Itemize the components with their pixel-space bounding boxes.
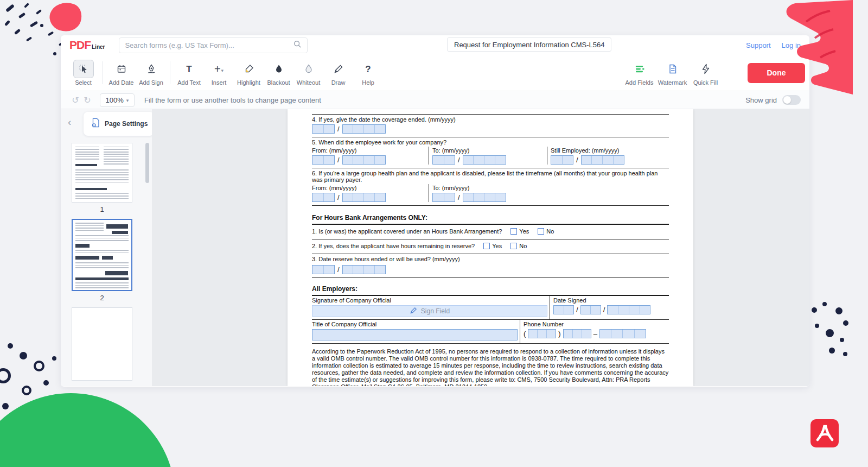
thumbnail-text-lines [75,235,129,243]
month-field[interactable] [432,155,455,165]
thumbnail-text-block [105,271,128,275]
undo-icon[interactable]: ↺ [69,95,81,105]
zoom-dropdown[interactable]: 100% ▾ [100,93,135,107]
tool-watermark[interactable]: Watermark [658,60,687,86]
app-header: PDF Liner Request for Employment Informa… [61,35,809,55]
thumbnail-text-lines [104,147,129,165]
text-tool-icon: T [179,60,200,78]
thumbnail-text-block [75,188,107,190]
year-field[interactable] [342,155,386,165]
year-field[interactable] [463,193,506,202]
area-code-field[interactable] [528,329,556,338]
redo-icon[interactable]: ↻ [81,95,93,105]
thumbnail-text-block [75,277,129,280]
form-row-hb3: 3. Date reserve hours ended or will be u… [312,254,669,278]
phone-prefix-field[interactable] [563,329,591,338]
year-field[interactable] [607,305,650,314]
question-text: 3. Date reserve hours ended or will be u… [312,256,669,262]
sidebar-collapse-icon[interactable]: ‹ [68,117,71,127]
page-settings-button[interactable]: Page Settings [84,112,154,136]
tool-add-date[interactable]: Add Date [106,60,136,86]
page-thumbnail-1[interactable] [72,143,132,203]
decor-pink-blob-small [46,0,85,36]
pages-sidebar: ‹ Page Settings 1 [61,109,152,386]
title-input-field[interactable] [312,329,518,340]
pen-draw-icon [328,60,349,78]
page-number-2: 2 [100,294,104,302]
calendar-icon [111,60,132,78]
yes-checkbox[interactable] [483,243,490,249]
tool-select[interactable]: Select [68,60,98,86]
question-text: 6. If you're a large group health plan a… [312,170,669,183]
yes-checkbox[interactable] [510,228,517,235]
page-thumbnail-2[interactable] [72,219,132,291]
form-row-q5: 5. When did the employee work for your c… [312,137,669,168]
insert-plus-icon: +▾ [209,60,229,78]
form-row-hb1: 1. Is (or was) the applicant covered und… [312,225,669,239]
tool-highlight[interactable]: Highlight [234,60,264,86]
phone-line-field[interactable] [599,329,646,338]
year-field[interactable] [463,155,506,165]
cursor-select-icon [73,60,94,78]
title-label: Title of Company Official [312,321,520,327]
pdf-page: 4. If yes, give the date the coverage en… [288,109,693,386]
thumbnail-text-block [75,244,90,248]
acrobat-reader-icon [810,419,839,450]
tool-add-text[interactable]: T Add Text [174,60,204,86]
still-employed-label: Still Employed: (mm/yyyy) [551,147,666,154]
tool-blackout[interactable]: Blackout [264,60,293,86]
tool-quick-fill[interactable]: Quick Fill [691,60,720,86]
search-input[interactable] [125,41,293,49]
year-field[interactable] [342,193,386,202]
no-label: No [546,228,554,235]
form-row-q6: 6. If you're a large group health plan a… [312,168,669,206]
blackout-drop-icon [269,60,289,78]
chevron-down-icon: ▾ [126,98,129,103]
tool-help[interactable]: ? Help [353,60,383,86]
pen-icon [410,306,418,316]
page-thumbnail-3[interactable] [72,307,132,381]
thumbnail-text-block [75,256,99,260]
year-field[interactable] [581,155,624,165]
month-field[interactable] [312,193,335,202]
scrollbar-thumb[interactable] [145,143,149,183]
sidebar-scrollbar[interactable] [145,143,149,383]
section-title-hours-bank: For Hours Bank Arrangements ONLY: [312,212,669,225]
question-text: 1. Is (or was) the applicant covered und… [312,228,502,235]
no-checkbox[interactable] [510,243,517,249]
month-field[interactable] [312,265,335,274]
sub-toolbar: ↺ ↻ 100% ▾ Fill the form or use another … [61,91,809,109]
day-field[interactable] [580,305,601,314]
toolbar-hint-text: Fill the form or use another tools to ch… [144,96,321,104]
search-box[interactable] [119,37,308,53]
thumbnail-text-lines [75,250,129,254]
sign-field-label: Sign Field [421,307,450,315]
pdfliner-logo[interactable]: PDF Liner [69,39,105,52]
month-field[interactable] [553,305,574,314]
month-field[interactable] [312,155,335,165]
lightning-bolt-icon [695,60,716,78]
date-signed-label: Date Signed [553,297,669,304]
tool-insert[interactable]: +▾ Insert [204,60,234,86]
no-checkbox[interactable] [538,228,544,235]
yes-label: Yes [492,243,502,249]
thumbnail-text-lines [75,223,104,232]
search-icon [293,40,302,51]
tool-add-sign[interactable]: Add Sign [136,60,166,86]
question-text: 4. If yes, give the date the coverage en… [312,116,669,123]
tool-draw[interactable]: Draw [323,60,353,86]
tool-whiteout[interactable]: Whiteout [293,60,323,86]
yes-label: Yes [519,228,529,235]
sign-field[interactable]: Sign Field [312,305,547,317]
month-field[interactable] [551,155,573,165]
document-title[interactable]: Request for Employment Information CMS-L… [447,37,611,52]
month-field[interactable] [432,193,455,202]
tool-add-fields[interactable]: Add Fields [624,60,654,86]
paperwork-reduction-act-text: According to the Paperwork Reduction Act… [312,348,669,386]
decor-green-circle [0,393,175,467]
year-field[interactable] [342,265,386,274]
help-question-icon: ? [358,60,379,78]
month-field[interactable] [312,124,335,134]
thumbnail-text-block [102,256,113,260]
year-field[interactable] [342,124,386,134]
